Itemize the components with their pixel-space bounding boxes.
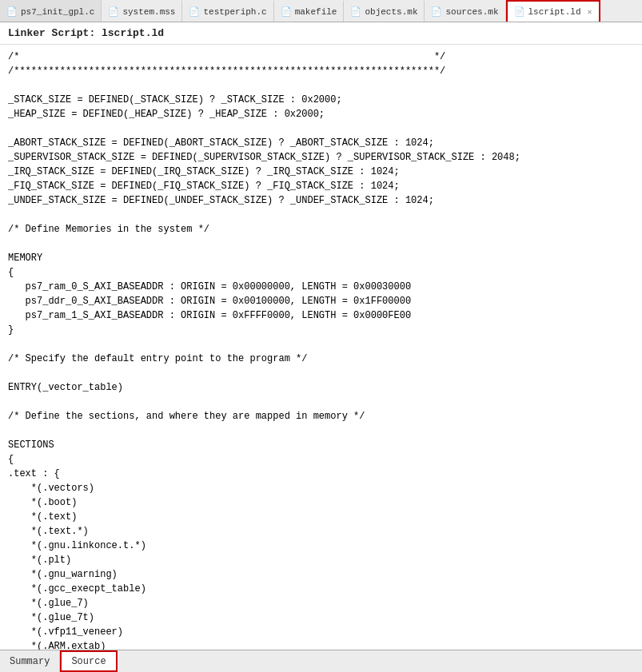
bottom-tab-source[interactable]: Source xyxy=(60,650,117,672)
tab-system-mss[interactable]: 📄 system.mss xyxy=(102,0,182,22)
bottom-tab-summary[interactable]: Summary xyxy=(0,650,60,672)
summary-label: Summary xyxy=(10,656,50,667)
title-text: Linker Script: lscript.ld xyxy=(8,27,164,39)
tab-close-icon[interactable]: ✕ xyxy=(588,7,592,17)
tab-label: system.mss xyxy=(122,7,175,17)
tab-lscript-ld[interactable]: 📄 lscript.ld ✕ xyxy=(506,0,600,22)
file-icon: 📄 xyxy=(6,6,18,17)
file-icon: 📄 xyxy=(431,6,442,17)
tab-label: sources.mk xyxy=(445,7,498,17)
tab-label: lscript.ld xyxy=(528,7,581,17)
file-icon: 📄 xyxy=(350,6,361,17)
tab-label: ps7_init_gpl.c xyxy=(21,7,94,17)
file-icon: 📄 xyxy=(281,6,292,17)
tab-ps7-init-gpl[interactable]: 📄 ps7_init_gpl.c xyxy=(0,0,102,22)
source-label: Source xyxy=(71,656,106,667)
file-icon: 📄 xyxy=(108,6,119,17)
tab-sources-mk[interactable]: 📄 sources.mk xyxy=(425,0,505,22)
code-content: /* */ /*********************************… xyxy=(8,50,634,650)
file-icon: 📄 xyxy=(514,6,525,17)
file-icon: 📄 xyxy=(189,6,200,17)
code-editor[interactable]: /* */ /*********************************… xyxy=(0,45,642,650)
tab-label: makefile xyxy=(295,7,337,17)
tab-label: objects.mk xyxy=(365,7,417,17)
tab-makefile[interactable]: 📄 makefile xyxy=(274,0,345,22)
tab-bar: 📄 ps7_init_gpl.c 📄 system.mss 📄 testperi… xyxy=(0,0,642,22)
tab-testperiph[interactable]: 📄 testperiph.c xyxy=(182,0,273,22)
tab-label: testperiph.c xyxy=(203,7,266,17)
editor-title: Linker Script: lscript.ld xyxy=(0,22,642,45)
tab-objects-mk[interactable]: 📄 objects.mk xyxy=(344,0,425,22)
bottom-tab-bar: Summary Source xyxy=(0,650,642,672)
